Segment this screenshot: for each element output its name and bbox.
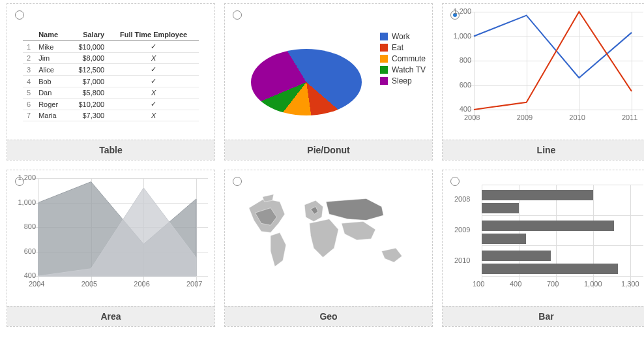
table-row: 6Roger$10,200✓: [23, 99, 199, 110]
y-tick: 2010: [454, 256, 470, 264]
pie-legend: WorkEatCommuteWatch TVSleep: [380, 30, 426, 87]
card-line[interactable]: 4006008001,0001,2002008200920102011 Line: [442, 3, 644, 160]
card-geo[interactable]: Geo: [224, 170, 433, 327]
radio-bar[interactable]: [450, 177, 460, 186]
y-tick: 2009: [454, 226, 470, 234]
legend-item: Sleep: [380, 76, 426, 85]
card-geo-body: [225, 170, 432, 306]
legend-item: Watch TV: [380, 65, 426, 74]
col-salary: Salary: [68, 29, 108, 41]
x-tick: 1,300: [621, 280, 639, 288]
card-bar-body: 1004007001,0001,300200820092010: [443, 170, 644, 306]
x-tick: 700: [547, 280, 559, 288]
card-table-label: Table: [7, 140, 214, 160]
bar: [482, 234, 526, 244]
table-row: 1Mike$10,000✓: [23, 41, 199, 53]
card-line-label: Line: [443, 140, 644, 160]
x-tick: 100: [473, 280, 484, 288]
col-fulltime: Full Time Employee: [108, 29, 199, 41]
card-table-body: Name Salary Full Time Employee 1Mike$10,…: [7, 4, 214, 140]
x-tick: 1,000: [584, 280, 602, 288]
bar: [482, 203, 519, 213]
card-geo-label: Geo: [225, 306, 432, 326]
table-row: 5Dan$5,800X: [23, 87, 199, 99]
card-bar-label: Bar: [443, 306, 644, 326]
bar: [482, 251, 551, 261]
table-row: 3Alice$12,500✓: [23, 64, 199, 76]
card-area-label: Area: [7, 306, 214, 326]
sample-table: Name Salary Full Time Employee 1Mike$10,…: [23, 29, 199, 121]
card-pie[interactable]: WorkEatCommuteWatch TVSleep Pie/Donut: [224, 3, 433, 160]
radio-table[interactable]: [15, 10, 24, 20]
legend-item: Eat: [380, 43, 426, 52]
x-tick: 400: [510, 280, 521, 288]
card-bar[interactable]: 1004007001,0001,300200820092010 Bar: [442, 170, 644, 327]
legend-item: Work: [380, 32, 426, 41]
radio-pie[interactable]: [233, 10, 242, 20]
col-name: Name: [35, 29, 68, 41]
world-map-icon: [237, 183, 422, 294]
table-row: 4Bob$7,000✓: [23, 76, 199, 87]
table-row: 7Maria$7,300X: [23, 110, 199, 121]
card-table[interactable]: Name Salary Full Time Employee 1Mike$10,…: [7, 3, 215, 160]
card-area[interactable]: 4006008001,0001,2002004200520062007 Area: [7, 170, 215, 327]
card-pie-label: Pie/Donut: [225, 140, 432, 160]
table-row: 2Jim$8,000X: [23, 53, 199, 64]
bar: [482, 190, 593, 200]
chart-type-grid: Name Salary Full Time Employee 1Mike$10,…: [0, 0, 644, 330]
bar: [482, 264, 618, 274]
card-area-body: 4006008001,0001,2002004200520062007: [7, 170, 214, 306]
legend-item: Commute: [380, 54, 426, 63]
y-tick: 2008: [454, 195, 470, 203]
bar: [482, 221, 614, 231]
card-line-body: 4006008001,0001,2002008200920102011: [443, 4, 644, 140]
card-pie-body: WorkEatCommuteWatch TVSleep: [225, 4, 432, 140]
